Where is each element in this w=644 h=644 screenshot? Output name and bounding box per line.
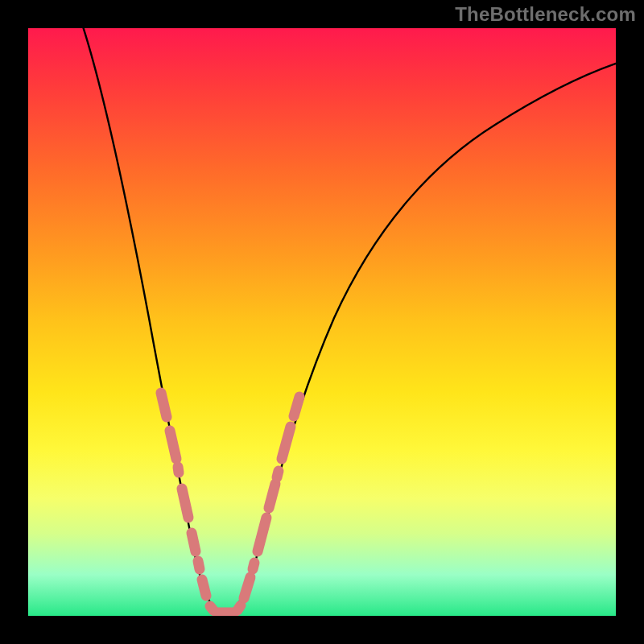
dot-overlay	[161, 393, 299, 613]
chart-frame: TheBottleneck.com	[0, 0, 644, 644]
curve-layer	[28, 28, 616, 616]
bottleneck-curve-path	[78, 28, 616, 614]
watermark-text: TheBottleneck.com	[455, 3, 636, 26]
plot-area	[28, 28, 616, 616]
